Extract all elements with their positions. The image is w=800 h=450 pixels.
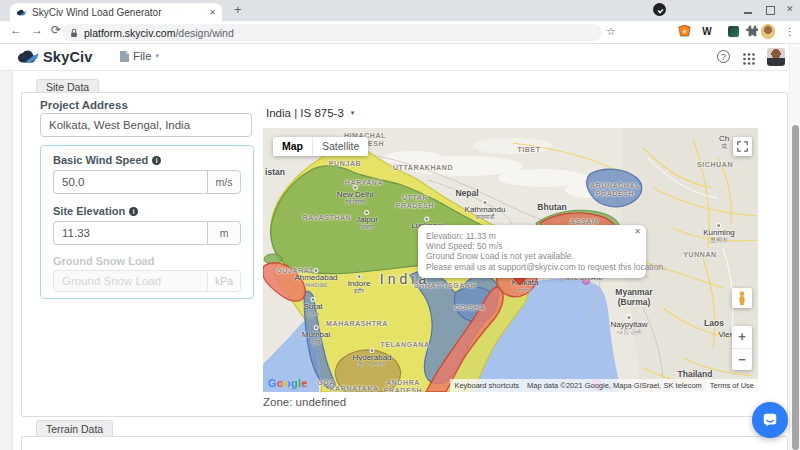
map-button[interactable]: Map xyxy=(273,137,312,156)
site-elevation-label-text: Site Elevation xyxy=(53,205,125,217)
popup-snow-load: Ground Snow Load is not yet available. xyxy=(426,251,632,261)
map-label: UTTARAKHAND xyxy=(393,164,453,172)
page-scrollbar[interactable] xyxy=(789,44,800,450)
map-label: TIBET xyxy=(517,146,540,154)
map-label: PUNJAB xyxy=(329,160,361,168)
map-label: CHHATTISGARH xyxy=(414,282,477,290)
keyboard-shortcuts-link[interactable]: Keyboard shortcuts xyxy=(450,379,523,392)
window-close-button[interactable]: ✕ xyxy=(786,4,794,14)
map-label: Suratસુરત xyxy=(303,298,322,318)
ground-snow-group: kPa xyxy=(53,270,241,292)
google-logo[interactable]: Google xyxy=(268,377,308,389)
browser-profile-icon[interactable] xyxy=(653,3,666,16)
project-address-input[interactable] xyxy=(40,113,252,137)
map-label: Laos xyxy=(704,319,724,329)
pegman-button[interactable] xyxy=(732,288,752,308)
file-caret-icon: ▾ xyxy=(156,52,160,60)
zoom-out-button[interactable]: − xyxy=(732,348,752,370)
map-label: GUJARAT xyxy=(276,267,314,275)
map-label: Jaipurजयपुर xyxy=(356,211,378,231)
window-restore-button[interactable] xyxy=(766,6,775,15)
back-icon[interactable]: ← xyxy=(10,23,22,37)
site-elevation-input[interactable] xyxy=(53,221,207,245)
skyciv-cloud-icon xyxy=(16,48,40,65)
address-bar[interactable]: platform.skyciv.com/design/wind xyxy=(62,24,602,41)
wind-speed-label-text: Basic Wind Speed xyxy=(53,154,148,166)
map-label: RAJASTHAN xyxy=(303,214,352,222)
map-label: TELANGANA xyxy=(380,341,429,349)
ground-snow-input xyxy=(53,270,207,292)
chat-icon xyxy=(762,412,778,428)
popup-close-icon[interactable]: ✕ xyxy=(634,228,641,236)
metamask-extension-icon[interactable] xyxy=(677,24,691,38)
file-menu[interactable]: File ▾ xyxy=(120,50,159,62)
tab-close-icon[interactable]: ✕ xyxy=(209,8,216,17)
map-label: Nepal xyxy=(455,189,478,199)
skyciv-favicon-icon xyxy=(16,8,27,17)
browser-window: SkyCiv Wind Load Generator ✕ + ✕ ← → ⟳ p… xyxy=(0,0,800,450)
user-avatar[interactable] xyxy=(767,48,785,66)
fullscreen-button[interactable] xyxy=(733,137,752,156)
scrollbar-thumb[interactable] xyxy=(792,125,799,450)
brand-name: SkyCiv xyxy=(43,49,93,65)
pegman-icon xyxy=(736,291,748,306)
popup-support-note: Please email us at support@skyciv.com to… xyxy=(426,262,632,272)
terrain-data-panel xyxy=(21,436,788,450)
map-label: ANDHRA PRADESH xyxy=(374,379,432,392)
map-label: ODISHA xyxy=(455,304,486,312)
wind-zone-map[interactable]: istanHIMACHAL PRADESHPUNJABUTTARAKHANDHA… xyxy=(263,128,758,392)
design-code-select[interactable]: India | IS 875-3 ▾ xyxy=(266,107,354,119)
map-label: SICHUAN xyxy=(697,161,733,169)
wind-speed-input[interactable] xyxy=(53,170,207,194)
map-attribution: Keyboard shortcuts Map data ©2021 Google… xyxy=(450,379,758,392)
browser-url-bar: ← → ⟳ platform.skyciv.com/design/wind ☆ … xyxy=(0,21,800,44)
browser-tab[interactable]: SkyCiv Wind Load Generator ✕ xyxy=(10,3,222,21)
help-button[interactable]: ? xyxy=(717,50,730,63)
map-label: Kathmanduकाठमाडौं xyxy=(465,201,506,221)
browser-menu-icon[interactable]: ⋮ xyxy=(783,24,797,38)
map-label: Ch成 xyxy=(719,134,729,150)
page-left-gutter xyxy=(0,71,13,450)
map-zoom-control: + − xyxy=(732,326,752,370)
forward-icon[interactable]: → xyxy=(31,23,43,37)
site-elevation-label: Site Elevation i xyxy=(53,205,138,217)
map-label: Naypyitawနေပြည်တော် xyxy=(611,316,648,336)
help-icon: ? xyxy=(721,52,726,62)
skyciv-logo[interactable]: SkyCiv xyxy=(16,48,93,65)
info-icon[interactable]: i xyxy=(152,156,161,165)
info-icon[interactable]: i xyxy=(129,207,138,216)
url-path: /design/wind xyxy=(175,27,233,39)
bookmark-star-icon[interactable]: ☆ xyxy=(604,24,618,38)
terms-of-use-link[interactable]: Terms of Use xyxy=(706,379,758,392)
map-label: UTTAR PRADESH xyxy=(389,194,441,210)
wind-speed-unit: m/s xyxy=(207,170,241,194)
file-menu-label: File xyxy=(133,50,152,62)
browser-tab-strip: SkyCiv Wind Load Generator ✕ + ✕ xyxy=(0,0,800,21)
zoom-in-button[interactable]: + xyxy=(732,326,752,348)
map-label: YUNNAN xyxy=(683,251,717,259)
popup-wind-speed: Wind Speed: 50 m/s xyxy=(426,241,632,251)
window-minimize-button[interactable] xyxy=(744,12,752,14)
map-label: KARNATAKA xyxy=(329,385,378,392)
map-data-text: Map data ©2021 Google, Mapa GISrael, SK … xyxy=(523,379,706,392)
apps-grid-icon[interactable] xyxy=(743,51,755,63)
map-label: Indoreइंदौर xyxy=(348,275,371,295)
chat-widget-button[interactable] xyxy=(752,402,788,438)
map-label: Ahmedabadઅમદાવાદ xyxy=(294,269,337,289)
green-extension-icon[interactable] xyxy=(726,24,740,38)
map-label: New Delhiनई दिल्ली xyxy=(337,186,373,206)
map-label: ARUNACHAL PRADESH xyxy=(581,182,649,198)
skyciv-header: SkyCiv File ▾ ? xyxy=(0,44,800,71)
map-label: Mumbaiमुंबई xyxy=(302,326,330,346)
map-label: HARYANA xyxy=(345,179,383,187)
tab-terrain-data[interactable]: Terrain Data xyxy=(36,420,113,437)
new-tab-button[interactable]: + xyxy=(234,2,242,17)
project-address-label: Project Address xyxy=(40,99,128,111)
map-label: MAHARASHTRA xyxy=(326,320,388,328)
w-extension-icon[interactable]: W xyxy=(700,24,714,38)
extensions-puzzle-icon[interactable] xyxy=(745,24,759,38)
satellite-button[interactable]: Satellite xyxy=(312,137,368,156)
site-elevation-unit: m xyxy=(207,221,241,245)
browser-avatar[interactable] xyxy=(761,24,775,38)
reload-icon[interactable]: ⟳ xyxy=(51,23,61,37)
